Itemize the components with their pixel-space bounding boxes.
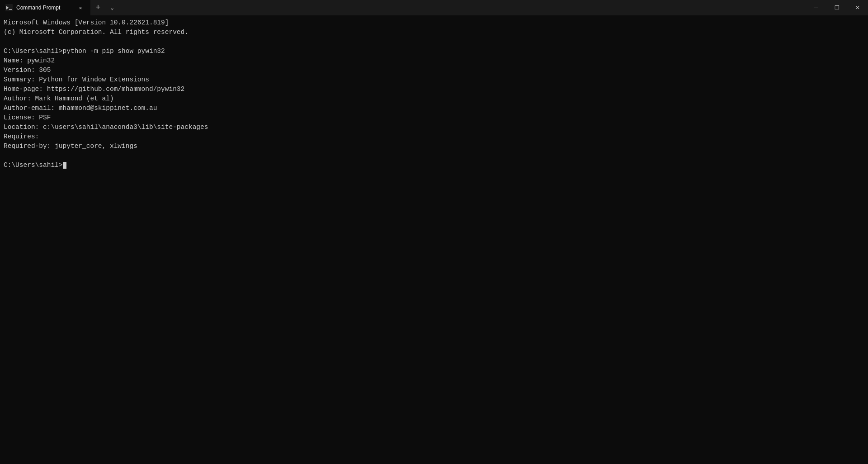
window-controls: ─ ❐ ✕ <box>806 0 868 15</box>
close-button[interactable]: ✕ <box>847 0 868 15</box>
terminal-line-4: Name: pywin32 <box>4 57 55 64</box>
cmd-icon <box>5 4 13 11</box>
terminal-line-11: Location: c:\users\sahil\anaconda3\lib\s… <box>4 123 208 131</box>
active-tab[interactable]: Command Prompt ✕ <box>0 0 90 15</box>
tab-close-button[interactable]: ✕ <box>76 3 85 12</box>
terminal-line-6: Summary: Python for Window Extensions <box>4 76 149 83</box>
terminal-output[interactable]: Microsoft Windows [Version 10.0.22621.81… <box>0 15 868 464</box>
title-bar: Command Prompt ✕ + ⌄ ─ ❐ ✕ <box>0 0 868 15</box>
terminal-line-5: Version: 305 <box>4 66 51 74</box>
terminal-line-3: C:\Users\sahil>python -m pip show pywin3… <box>4 47 165 55</box>
terminal-line-0: Microsoft Windows [Version 10.0.22621.81… <box>4 19 169 26</box>
cursor <box>63 162 66 169</box>
new-tab-button[interactable]: + <box>90 0 106 15</box>
terminal-line-10: License: PSF <box>4 114 51 121</box>
terminal-line-8: Author: Mark Hammond (et al) <box>4 95 114 102</box>
terminal-line-9: Author-email: mhammond@skippinet.com.au <box>4 104 157 112</box>
tab-title: Command Prompt <box>16 5 72 11</box>
minimize-button[interactable]: ─ <box>806 0 826 15</box>
tab-dropdown-button[interactable]: ⌄ <box>106 0 118 15</box>
terminal-line-15: C:\Users\sahil> <box>4 161 63 169</box>
terminal-line-12: Requires: <box>4 133 39 140</box>
terminal-line-7: Home-page: https://github.com/mhammond/p… <box>4 85 184 93</box>
terminal-line-1: (c) Microsoft Corporation. All rights re… <box>4 28 189 36</box>
terminal-line-13: Required-by: jupyter_core, xlwings <box>4 142 137 150</box>
tab-area: Command Prompt ✕ + ⌄ <box>0 0 806 15</box>
restore-button[interactable]: ❐ <box>826 0 847 15</box>
